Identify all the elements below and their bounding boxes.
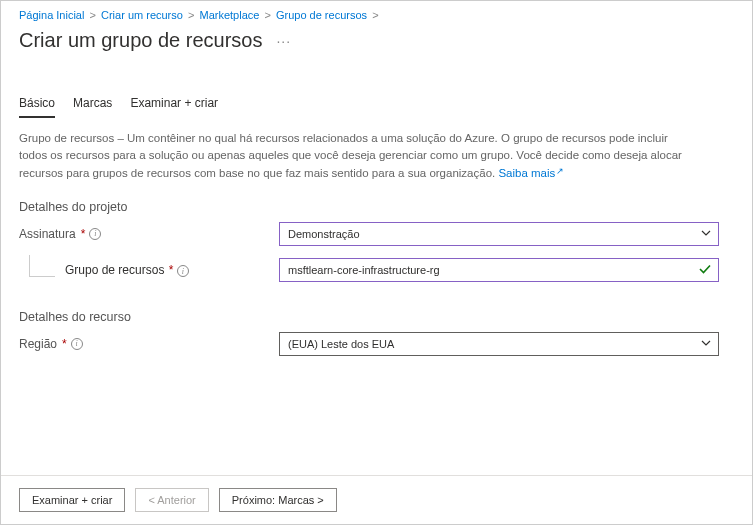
- breadcrumb-resource-group[interactable]: Grupo de recursos: [276, 9, 367, 21]
- breadcrumb-create-resource[interactable]: Criar um recurso: [101, 9, 183, 21]
- resource-group-input[interactable]: msftlearn-core-infrastructure-rg: [279, 258, 719, 282]
- required-asterisk: *: [62, 337, 67, 351]
- review-create-button[interactable]: Examinar + criar: [19, 488, 125, 512]
- row-subscription: Assinatura * i Demonstração: [1, 214, 752, 246]
- required-asterisk: *: [81, 227, 86, 241]
- info-icon[interactable]: i: [89, 228, 101, 240]
- tab-tags[interactable]: Marcas: [73, 96, 112, 118]
- chevron-down-icon: [700, 227, 712, 241]
- chevron-right-icon: >: [90, 9, 96, 21]
- info-icon[interactable]: i: [71, 338, 83, 350]
- tabs: Básico Marcas Examinar + criar: [1, 52, 752, 118]
- chevron-right-icon: >: [264, 9, 270, 21]
- previous-button: < Anterior: [135, 488, 208, 512]
- required-asterisk: *: [169, 263, 174, 277]
- region-label: Região: [19, 337, 57, 351]
- next-button[interactable]: Próximo: Marcas >: [219, 488, 337, 512]
- breadcrumb-marketplace[interactable]: Marketplace: [199, 9, 259, 21]
- region-dropdown[interactable]: (EUA) Leste dos EUA: [279, 332, 719, 356]
- chevron-right-icon: >: [372, 9, 378, 21]
- more-actions-icon[interactable]: ···: [276, 33, 291, 49]
- footer-actions: Examinar + criar < Anterior Próximo: Mar…: [1, 475, 752, 524]
- breadcrumb-home[interactable]: Página Inicial: [19, 9, 84, 21]
- breadcrumb: Página Inicial > Criar um recurso > Mark…: [1, 1, 752, 21]
- tab-basic[interactable]: Básico: [19, 96, 55, 118]
- tab-review-create[interactable]: Examinar + criar: [130, 96, 218, 118]
- chevron-right-icon: >: [188, 9, 194, 21]
- subscription-dropdown[interactable]: Demonstração: [279, 222, 719, 246]
- indent-connector-icon: [29, 255, 55, 277]
- description-text: Grupo de recursos – Um contêiner no qual…: [1, 118, 711, 182]
- section-project-details: Detalhes do projeto: [1, 182, 752, 214]
- external-link-icon: ↗: [556, 166, 564, 176]
- section-resource-details: Detalhes do recurso: [1, 282, 752, 324]
- info-icon[interactable]: i: [177, 265, 189, 277]
- row-resource-group: Grupo de recursos * i msftlearn-core-inf…: [1, 246, 752, 282]
- learn-more-link[interactable]: Saiba mais↗: [498, 167, 564, 179]
- row-region: Região * i (EUA) Leste dos EUA: [1, 324, 752, 356]
- subscription-label: Assinatura: [19, 227, 76, 241]
- chevron-down-icon: [700, 337, 712, 351]
- page-title: Criar um grupo de recursos ···: [1, 21, 752, 52]
- check-icon: [698, 262, 712, 278]
- resource-group-label: Grupo de recursos: [65, 263, 164, 277]
